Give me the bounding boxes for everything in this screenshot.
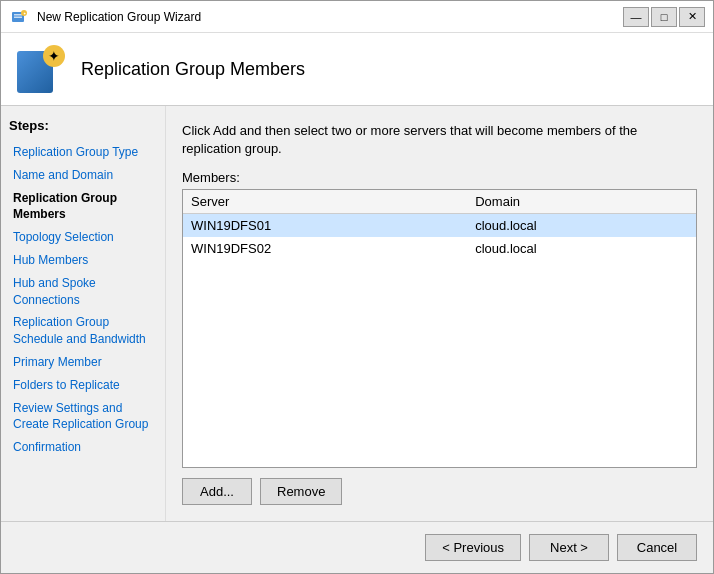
- sidebar-item-review-settings[interactable]: Review Settings and Create Replication G…: [9, 397, 157, 437]
- cell-server: WIN19DFS01: [183, 214, 467, 238]
- sidebar-item-confirmation[interactable]: Confirmation: [9, 436, 157, 459]
- members-table: Server Domain WIN19DFS01cloud.localWIN19…: [183, 190, 696, 260]
- page-title: Replication Group Members: [81, 59, 305, 80]
- next-button[interactable]: Next >: [529, 534, 609, 561]
- members-label: Members:: [182, 170, 697, 185]
- steps-label: Steps:: [9, 118, 157, 133]
- svg-rect-2: [14, 16, 22, 18]
- title-bar-title: New Replication Group Wizard: [37, 10, 623, 24]
- sidebar-item-primary-member[interactable]: Primary Member: [9, 351, 157, 374]
- cell-domain: cloud.local: [467, 237, 696, 260]
- table-row[interactable]: WIN19DFS01cloud.local: [183, 214, 696, 238]
- sidebar-item-replication-group-type[interactable]: Replication Group Type: [9, 141, 157, 164]
- svg-rect-1: [14, 14, 22, 16]
- table-row[interactable]: WIN19DFS02cloud.local: [183, 237, 696, 260]
- instruction-text: Click Add and then select two or more se…: [182, 122, 697, 158]
- sidebar-item-folders-to-replicate[interactable]: Folders to Replicate: [9, 374, 157, 397]
- title-bar-controls: — □ ✕: [623, 7, 705, 27]
- cell-domain: cloud.local: [467, 214, 696, 238]
- wizard-window: ✦ New Replication Group Wizard — □ ✕ ✦ R…: [0, 0, 714, 574]
- title-bar: ✦ New Replication Group Wizard — □ ✕: [1, 1, 713, 33]
- cell-server: WIN19DFS02: [183, 237, 467, 260]
- column-server: Server: [183, 190, 467, 214]
- close-button[interactable]: ✕: [679, 7, 705, 27]
- previous-button[interactable]: < Previous: [425, 534, 521, 561]
- sidebar-item-replication-group-members: Replication Group Members: [9, 187, 157, 227]
- members-table-container: Server Domain WIN19DFS01cloud.localWIN19…: [182, 189, 697, 468]
- title-bar-icon: ✦: [9, 7, 29, 27]
- footer: < Previous Next > Cancel: [1, 521, 713, 573]
- header-area: ✦ Replication Group Members: [1, 33, 713, 106]
- cancel-button[interactable]: Cancel: [617, 534, 697, 561]
- remove-button[interactable]: Remove: [260, 478, 342, 505]
- maximize-button[interactable]: □: [651, 7, 677, 27]
- sidebar-item-name-and-domain[interactable]: Name and Domain: [9, 164, 157, 187]
- add-button[interactable]: Add...: [182, 478, 252, 505]
- wizard-icon: ✦: [17, 45, 65, 93]
- minimize-button[interactable]: —: [623, 7, 649, 27]
- sidebar-item-topology-selection[interactable]: Topology Selection: [9, 226, 157, 249]
- sidebar: Steps: Replication Group Type Name and D…: [1, 106, 166, 521]
- action-buttons: Add... Remove: [182, 478, 697, 505]
- column-domain: Domain: [467, 190, 696, 214]
- sidebar-item-replication-group-schedule[interactable]: Replication Group Schedule and Bandwidth: [9, 311, 157, 351]
- sidebar-item-hub-members[interactable]: Hub Members: [9, 249, 157, 272]
- sidebar-item-hub-and-spoke-connections[interactable]: Hub and Spoke Connections: [9, 272, 157, 312]
- main-content: Click Add and then select two or more se…: [166, 106, 713, 521]
- content-area: Steps: Replication Group Type Name and D…: [1, 106, 713, 521]
